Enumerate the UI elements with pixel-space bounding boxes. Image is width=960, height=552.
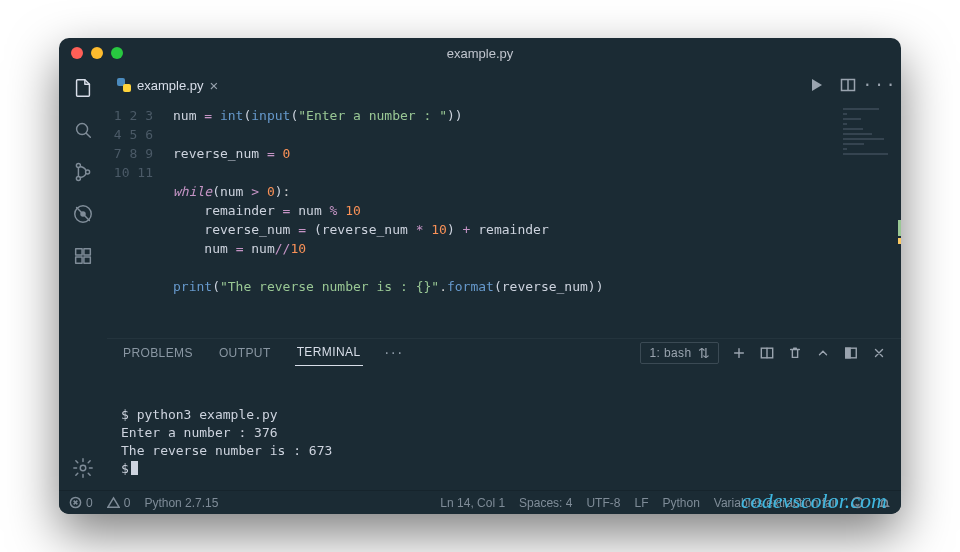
svg-rect-6 xyxy=(76,249,82,255)
close-window-button[interactable] xyxy=(71,47,83,59)
svg-rect-14 xyxy=(846,348,850,358)
svg-point-5 xyxy=(80,211,86,217)
svg-rect-9 xyxy=(84,257,90,263)
close-panel-icon[interactable] xyxy=(871,345,887,361)
window-title: example.py xyxy=(59,46,901,61)
panel-tab-terminal[interactable]: TERMINAL xyxy=(295,339,363,366)
maximize-panel-icon[interactable] xyxy=(843,345,859,361)
minimize-window-button[interactable] xyxy=(91,47,103,59)
zoom-window-button[interactable] xyxy=(111,47,123,59)
chevron-up-icon[interactable] xyxy=(815,345,831,361)
tab-filename: example.py xyxy=(137,78,203,93)
code-area[interactable]: num = int(input("Enter a number : ")) re… xyxy=(165,102,837,338)
search-icon[interactable] xyxy=(71,118,95,142)
terminal-selector[interactable]: 1: bash ⇅ xyxy=(640,342,719,364)
more-actions-icon[interactable]: ··· xyxy=(871,76,889,94)
tab-example-py[interactable]: example.py × xyxy=(107,68,228,102)
settings-gear-icon[interactable] xyxy=(71,456,95,480)
panel-tab-output[interactable]: OUTPUT xyxy=(217,340,273,366)
python-file-icon xyxy=(117,78,131,92)
gutter-marker-modified xyxy=(898,220,901,236)
svg-rect-7 xyxy=(84,249,90,255)
close-tab-icon[interactable]: × xyxy=(209,78,218,93)
extensions-icon[interactable] xyxy=(71,244,95,268)
split-terminal-icon[interactable] xyxy=(759,345,775,361)
kill-terminal-icon[interactable] xyxy=(787,345,803,361)
watermark: codevscolor.com xyxy=(741,492,887,510)
source-control-icon[interactable] xyxy=(71,160,95,184)
tab-bar: example.py × ··· xyxy=(107,68,901,102)
split-editor-icon[interactable] xyxy=(839,76,857,94)
status-errors[interactable]: 0 xyxy=(69,496,93,510)
minimap[interactable] xyxy=(837,102,901,338)
window-controls xyxy=(71,47,123,59)
new-terminal-icon[interactable] xyxy=(731,345,747,361)
editor-window: example.py xyxy=(59,38,901,514)
titlebar: example.py xyxy=(59,38,901,68)
debug-icon[interactable] xyxy=(71,202,95,226)
editor[interactable]: 1 2 3 4 5 6 7 8 9 10 11 num = int(input(… xyxy=(107,102,901,338)
terminal-selector-label: 1: bash xyxy=(649,346,691,360)
panel-more-icon[interactable]: ··· xyxy=(385,345,404,361)
terminal[interactable]: $ python3 example.pyEnter a number : 376… xyxy=(107,366,901,514)
gutter-marker-warning xyxy=(898,238,901,244)
bottom-panel: PROBLEMS OUTPUT TERMINAL ··· 1: bash ⇅ xyxy=(107,338,901,490)
explorer-icon[interactable] xyxy=(71,76,95,100)
chevron-updown-icon: ⇅ xyxy=(698,345,710,361)
panel-tab-problems[interactable]: PROBLEMS xyxy=(121,340,195,366)
svg-rect-8 xyxy=(76,257,82,263)
run-icon[interactable] xyxy=(807,76,825,94)
error-icon xyxy=(69,496,82,509)
activity-bar xyxy=(59,68,107,490)
line-gutter: 1 2 3 4 5 6 7 8 9 10 11 xyxy=(107,102,165,338)
svg-point-10 xyxy=(80,465,86,471)
